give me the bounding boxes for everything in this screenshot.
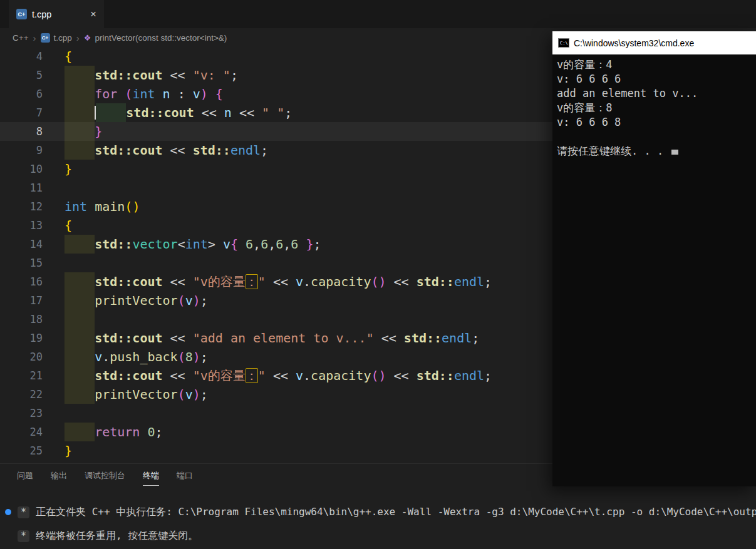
cmd-output-line: v: 6 6 6 8 — [557, 115, 752, 130]
code-text: } — [65, 160, 72, 178]
code-token: ( — [178, 349, 185, 364]
line-number[interactable]: 20 — [0, 347, 43, 366]
code-token: ; — [230, 68, 238, 83]
code-text: printVector(v); — [65, 385, 208, 404]
code-token: int — [65, 199, 87, 214]
panel-tab-output[interactable]: 输出 — [51, 464, 67, 486]
code-token: ： — [246, 368, 258, 383]
code-token: 6 — [246, 237, 253, 252]
terminal-output[interactable]: *正在文件夹 C++ 中执行任务: C:\Program Files\mingw… — [0, 486, 756, 544]
line-number[interactable]: 10 — [0, 160, 43, 178]
code-text: return 0; — [65, 423, 163, 441]
code-token: ： — [246, 274, 258, 289]
code-token: 6 — [261, 237, 268, 252]
code-token: ; — [313, 237, 321, 252]
code-text: v.push_back(8); — [65, 347, 208, 366]
code-token: std::cout — [95, 143, 162, 158]
code-token: std::cout — [95, 368, 162, 383]
cmd-window[interactable]: C:\ C:\windows\system32\cmd.exe v的容量：4v:… — [552, 31, 756, 486]
line-number[interactable]: 17 — [0, 291, 43, 310]
indent-guide — [65, 235, 95, 254]
code-token: "v的容量 — [193, 274, 246, 289]
code-token: " — [258, 368, 266, 383]
code-token: ( — [178, 293, 185, 308]
line-number[interactable]: 6 — [0, 85, 43, 103]
code-token: << — [386, 368, 417, 383]
line-number[interactable]: 16 — [0, 272, 43, 291]
code-text: std::cout << "add an element to v..." <<… — [65, 329, 479, 347]
cpp-file-icon: C+ — [41, 33, 50, 43]
line-number[interactable]: 5 — [0, 66, 43, 85]
panel-tab-problems[interactable]: 问题 — [17, 464, 33, 486]
breadcrumb-item[interactable]: t.cpp — [54, 33, 72, 43]
code-text: { — [65, 216, 72, 235]
terminal-command-decoration — [5, 509, 11, 515]
code-token: , — [268, 237, 276, 252]
breadcrumb-item[interactable]: printVector(const std::vector<int>&) — [95, 33, 227, 43]
tab-tcpp[interactable]: C+ t.cpp × — [9, 0, 104, 28]
close-icon[interactable]: × — [90, 8, 96, 21]
indent-guide — [65, 122, 95, 141]
panel-tab-terminal[interactable]: 终端 — [143, 464, 159, 486]
line-number[interactable]: 25 — [0, 441, 43, 460]
line-number[interactable]: 13 — [0, 216, 43, 235]
code-token: ) — [193, 293, 200, 308]
code-token: . — [303, 274, 311, 289]
code-token: << — [266, 274, 296, 289]
code-token: std::cout — [95, 331, 162, 346]
line-number[interactable]: 8 — [0, 122, 43, 141]
line-number[interactable]: 9 — [0, 141, 43, 160]
cmd-output-line: v: 6 6 6 6 — [557, 72, 752, 86]
line-number[interactable]: 22 — [0, 385, 43, 404]
code-token: ; — [200, 293, 208, 308]
code-token: std:: — [417, 274, 454, 289]
code-token: ; — [284, 105, 292, 120]
code-text: int main() — [65, 197, 140, 216]
code-token: } — [95, 124, 102, 139]
code-token: ) — [378, 274, 386, 289]
line-number[interactable]: 24 — [0, 423, 43, 441]
line-number[interactable]: 15 — [0, 254, 43, 272]
code-token: printVector — [95, 387, 177, 402]
code-token: 0 — [147, 424, 155, 439]
code-token: ( — [125, 199, 132, 214]
line-number[interactable]: 18 — [0, 310, 43, 329]
line-number[interactable]: 4 — [0, 47, 43, 66]
code-token: ( — [371, 368, 378, 383]
line-number[interactable]: 7 — [0, 103, 43, 122]
code-token: endl — [454, 274, 484, 289]
panel-tab-ports[interactable]: 端口 — [177, 464, 193, 486]
code-token: ; — [472, 331, 479, 346]
code-token: << — [163, 274, 193, 289]
code-token: << — [163, 68, 193, 83]
code-token: { — [65, 218, 72, 233]
code-token: return — [95, 424, 140, 439]
code-text: { — [65, 47, 72, 66]
code-token: printVector — [95, 293, 177, 308]
cmd-output: v的容量：4v: 6 6 6 6add an element to v...v的… — [552, 54, 756, 486]
line-number[interactable]: 23 — [0, 404, 43, 423]
cmd-titlebar[interactable]: C:\ C:\windows\system32\cmd.exe — [552, 31, 756, 54]
code-token: << — [163, 368, 193, 383]
line-number[interactable]: 21 — [0, 366, 43, 385]
line-number[interactable]: 11 — [0, 178, 43, 197]
panel-tab-debug-console[interactable]: 调试控制台 — [85, 464, 125, 486]
tab-label: t.cpp — [32, 9, 51, 19]
line-number[interactable]: 14 — [0, 235, 43, 254]
code-token: << — [163, 143, 193, 158]
code-token: } — [65, 162, 72, 177]
code-token: std:: — [417, 368, 454, 383]
code-token: { — [65, 49, 72, 64]
line-number[interactable]: 12 — [0, 197, 43, 216]
line-number[interactable]: 19 — [0, 329, 43, 347]
code-text: std::cout << "v的容量：" << v.capacity() << … — [65, 272, 492, 291]
chevron-right-icon: › — [33, 33, 36, 43]
breadcrumb-item[interactable]: C++ — [13, 33, 29, 43]
indent-guide — [65, 85, 95, 103]
code-text: std::cout << "v的容量：" << v.capacity() << … — [65, 366, 492, 385]
code-text: } — [65, 122, 102, 141]
code-token: n — [163, 86, 170, 101]
code-token: { — [230, 237, 238, 252]
code-token: endl — [230, 143, 261, 158]
code-token: , — [283, 237, 291, 252]
